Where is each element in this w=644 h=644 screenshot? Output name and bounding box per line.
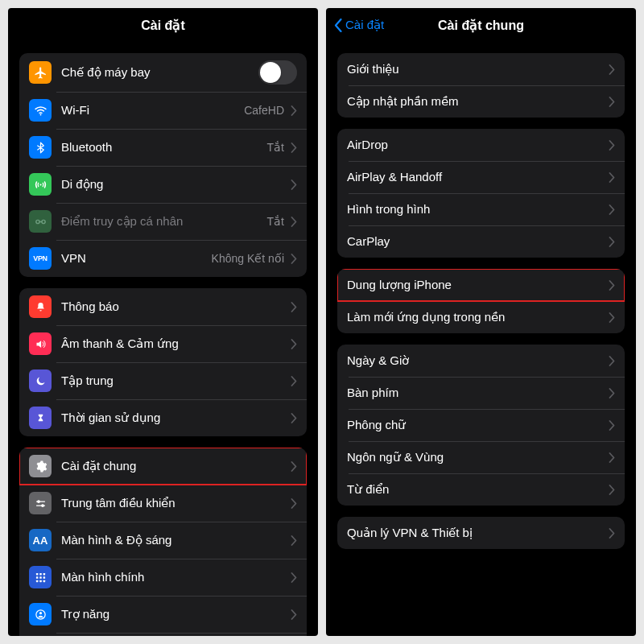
sounds-icon bbox=[29, 332, 52, 355]
row-label: Cập nhật phần mềm bbox=[347, 94, 602, 109]
page-title: Cài đặt chung bbox=[438, 18, 524, 33]
svg-rect-10 bbox=[39, 576, 42, 579]
svg-rect-14 bbox=[43, 580, 45, 582]
settings-row[interactable]: Ngày & Giờ bbox=[337, 345, 625, 377]
row-label: Di động bbox=[61, 177, 284, 192]
general-icon bbox=[29, 455, 52, 477]
focus-icon bbox=[29, 369, 52, 392]
row-label: AirDrop bbox=[347, 138, 602, 152]
phone-general: Cài đặt Cài đặt chung Giới thiệuCập nhật… bbox=[326, 8, 636, 636]
row-label: Bluetooth bbox=[61, 140, 261, 155]
settings-row[interactable]: Ngôn ngữ & Vùng bbox=[337, 441, 625, 473]
chevron-right-icon bbox=[291, 609, 297, 620]
header: Cài đặt Cài đặt chung bbox=[326, 8, 636, 42]
chevron-right-icon bbox=[291, 376, 297, 386]
chevron-right-icon bbox=[609, 97, 615, 107]
general-list: Giới thiệuCập nhật phần mềmAirDropAirPla… bbox=[326, 42, 636, 636]
chevron-right-icon bbox=[291, 302, 297, 312]
settings-list: Chế độ máy bayWi-FiCafeHDBluetoothTắtDi … bbox=[8, 42, 318, 636]
settings-row[interactable]: Chế độ máy bay bbox=[19, 53, 307, 92]
hotspot-icon bbox=[29, 210, 52, 233]
settings-row[interactable]: Làm mới ứng dụng trong nền bbox=[337, 301, 625, 333]
chevron-right-icon bbox=[609, 140, 615, 151]
vpn-icon: VPN bbox=[29, 247, 52, 270]
settings-row[interactable]: Cập nhật phần mềm bbox=[337, 85, 625, 118]
row-label: Chế độ máy bay bbox=[61, 65, 258, 80]
settings-row[interactable]: AAMàn hình & Độ sáng bbox=[19, 522, 307, 559]
settings-row[interactable]: VPNVPNKhông Kết nối bbox=[19, 240, 307, 277]
settings-row[interactable]: Wi-FiCafeHD bbox=[19, 92, 307, 129]
chevron-right-icon bbox=[609, 420, 615, 431]
row-label: Phông chữ bbox=[347, 418, 602, 432]
settings-row[interactable]: Giới thiệu bbox=[337, 53, 625, 85]
back-label: Cài đặt bbox=[345, 18, 384, 32]
settings-row[interactable]: Phông chữ bbox=[337, 409, 625, 441]
toggle-switch[interactable] bbox=[258, 60, 297, 85]
row-label: Điểm truy cập cá nhân bbox=[61, 214, 261, 229]
row-label: Tập trung bbox=[61, 374, 284, 388]
row-label: Thời gian sử dụng bbox=[61, 411, 284, 425]
row-label: Từ điển bbox=[347, 482, 602, 497]
screentime-icon bbox=[29, 407, 52, 429]
row-label: Màn hình & Độ sáng bbox=[61, 533, 284, 547]
settings-row[interactable]: Màn hình chính bbox=[19, 559, 307, 596]
svg-rect-11 bbox=[43, 576, 45, 579]
row-label: Giới thiệu bbox=[347, 62, 602, 76]
chevron-right-icon bbox=[291, 180, 297, 190]
accessibility-icon bbox=[29, 603, 52, 625]
back-button[interactable]: Cài đặt bbox=[334, 8, 384, 42]
airplane-icon bbox=[29, 61, 52, 84]
chevron-right-icon bbox=[609, 388, 615, 398]
chevron-right-icon bbox=[609, 528, 615, 539]
chevron-right-icon bbox=[291, 535, 297, 546]
settings-row[interactable]: Trung tâm điều khiển bbox=[19, 485, 307, 522]
cellular-icon bbox=[29, 173, 52, 196]
home-screen-icon bbox=[29, 566, 52, 588]
settings-row[interactable]: Thông báo bbox=[19, 288, 307, 325]
settings-row[interactable]: BluetoothTắt bbox=[19, 129, 307, 166]
settings-row[interactable]: Âm thanh & Cảm ứng bbox=[19, 325, 307, 362]
settings-row[interactable]: CarPlay bbox=[337, 225, 625, 258]
row-label: Cài đặt chung bbox=[61, 459, 284, 473]
svg-point-0 bbox=[39, 114, 41, 115]
settings-row[interactable]: Hình trong hình bbox=[337, 193, 625, 225]
svg-point-16 bbox=[39, 612, 41, 614]
settings-group: Thông báoÂm thanh & Cảm ứngTập trungThời… bbox=[19, 288, 307, 436]
settings-row[interactable]: Quản lý VPN & Thiết bị bbox=[337, 517, 625, 549]
settings-row[interactable]: Dung lượng iPhone bbox=[337, 269, 625, 301]
settings-row[interactable]: Điểm truy cập cá nhânTắt bbox=[19, 203, 307, 240]
chevron-right-icon bbox=[291, 339, 297, 349]
settings-row[interactable]: Tập trung bbox=[19, 362, 307, 399]
settings-row[interactable]: Thời gian sử dụng bbox=[19, 399, 307, 436]
settings-row[interactable]: Di động bbox=[19, 166, 307, 203]
chevron-right-icon bbox=[609, 485, 615, 495]
settings-row[interactable]: Trợ năng bbox=[19, 596, 307, 633]
svg-point-1 bbox=[39, 184, 41, 185]
settings-row[interactable]: AirDrop bbox=[337, 129, 625, 161]
chevron-right-icon bbox=[291, 105, 297, 116]
chevron-right-icon bbox=[291, 461, 297, 472]
wifi-icon bbox=[29, 99, 52, 122]
row-label: Âm thanh & Cảm ứng bbox=[61, 336, 284, 351]
notifications-icon bbox=[29, 295, 52, 318]
row-label: Wi-Fi bbox=[61, 103, 237, 118]
svg-rect-13 bbox=[39, 580, 42, 582]
settings-row[interactable]: Từ điển bbox=[337, 473, 625, 506]
settings-group: Quản lý VPN & Thiết bị bbox=[337, 517, 625, 549]
row-label: CarPlay bbox=[347, 234, 602, 249]
chevron-right-icon bbox=[609, 172, 615, 183]
chevron-right-icon bbox=[609, 356, 615, 366]
chevron-right-icon bbox=[291, 217, 297, 227]
settings-group: Chế độ máy bayWi-FiCafeHDBluetoothTắtDi … bbox=[19, 53, 307, 277]
settings-group: Dung lượng iPhoneLàm mới ứng dụng trong … bbox=[337, 269, 625, 333]
bluetooth-icon bbox=[29, 136, 52, 159]
settings-row[interactable]: Bàn phím bbox=[337, 377, 625, 409]
chevron-left-icon bbox=[334, 19, 342, 32]
settings-row[interactable]: Cài đặt chung bbox=[19, 448, 307, 485]
svg-rect-9 bbox=[35, 576, 38, 579]
row-value: Tắt bbox=[267, 215, 284, 228]
row-label: Dung lượng iPhone bbox=[347, 278, 602, 292]
settings-row[interactable]: AirPlay & Handoff bbox=[337, 161, 625, 193]
settings-row[interactable]: Hình nền bbox=[19, 633, 307, 636]
chevron-right-icon bbox=[609, 237, 615, 247]
